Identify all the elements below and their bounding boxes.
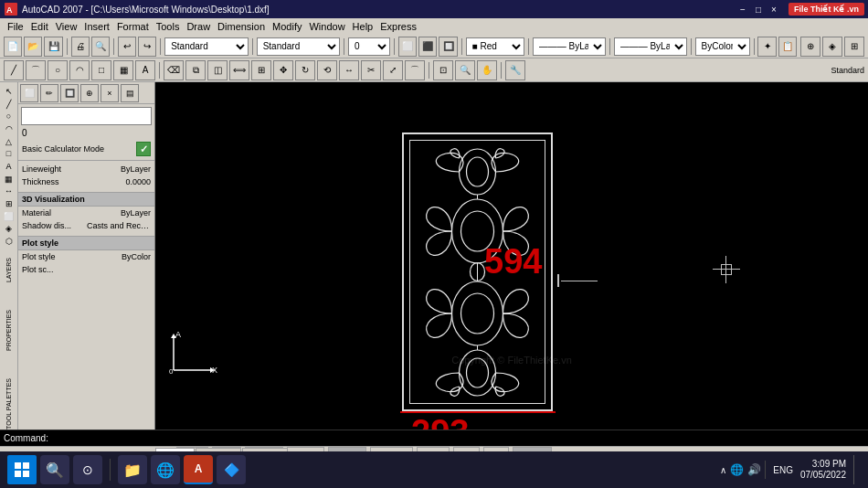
show-desktop[interactable] — [853, 455, 861, 484]
fillet-btn[interactable]: ⌒ — [405, 60, 425, 80]
stretch-btn[interactable]: ↔ — [339, 60, 359, 80]
undo-btn[interactable]: ↩ — [118, 37, 136, 57]
props-icon1[interactable]: ⬜ — [20, 84, 38, 102]
menu-window[interactable]: Window — [305, 20, 348, 33]
minimize-button[interactable]: − — [736, 3, 750, 16]
menu-modify[interactable]: Modify — [269, 20, 305, 33]
circle-btn[interactable]: ○ — [48, 60, 68, 80]
properties-label[interactable]: PROPERTIES — [5, 310, 12, 351]
command-input[interactable] — [48, 433, 864, 443]
draw-3d-tool[interactable]: ⬡ — [2, 236, 16, 247]
menu-express[interactable]: Express — [376, 20, 420, 33]
menu-help[interactable]: Help — [349, 20, 377, 33]
toolpalettes-label[interactable]: TOOL PALETTES — [5, 378, 12, 430]
arc-btn[interactable]: ◠ — [69, 60, 90, 80]
draw-text-tool[interactable]: A — [2, 161, 16, 172]
rotate-btn[interactable]: ↻ — [295, 60, 315, 80]
new-btn[interactable]: 📄 — [4, 37, 22, 57]
snap-btn[interactable]: ◈ — [822, 37, 842, 57]
tray-sound[interactable]: 🔊 — [747, 463, 761, 476]
menu-format[interactable]: Format — [113, 20, 153, 33]
rect-btn[interactable]: □ — [91, 60, 111, 80]
draw-dim-tool[interactable]: ↔ — [2, 186, 16, 197]
sep4 — [252, 38, 253, 55]
layer-btn2[interactable]: ⬛ — [418, 37, 437, 57]
thickness-key: Thickness — [22, 177, 59, 186]
taskbar-cortana[interactable]: ⊙ — [73, 455, 102, 484]
style-dropdown2[interactable]: Standard — [257, 37, 341, 56]
props-icon4[interactable]: ⊕ — [80, 84, 99, 102]
zoom-ext-btn[interactable]: ⊡ — [433, 60, 453, 80]
save-btn[interactable]: 💾 — [44, 37, 62, 57]
open-btn[interactable]: 📂 — [24, 37, 42, 57]
redo-btn[interactable]: ↪ — [138, 37, 156, 57]
draw-circle-tool[interactable]: ○ — [2, 111, 16, 122]
layer-btn3[interactable]: 🔲 — [439, 37, 457, 57]
match-btn[interactable]: ✦ — [757, 37, 776, 57]
line-btn[interactable]: ╱ — [4, 60, 24, 80]
copy-btn[interactable]: ⧉ — [185, 60, 206, 80]
menu-draw[interactable]: Draw — [183, 20, 214, 33]
props-input-field[interactable] — [21, 107, 152, 125]
draw-layer-tool[interactable]: ⬜ — [2, 211, 16, 222]
props-icon3[interactable]: 🔲 — [60, 84, 79, 102]
hatch-btn[interactable]: ▦ — [113, 60, 133, 80]
taskbar-search[interactable]: 🔍 — [40, 455, 69, 484]
maximize-button[interactable]: □ — [751, 3, 766, 16]
sep9 — [609, 38, 610, 55]
menu-dimension[interactable]: Dimension — [214, 20, 269, 33]
mirror-btn[interactable]: ◫ — [207, 60, 228, 80]
properties-btn[interactable]: 🔧 — [505, 60, 525, 80]
menu-edit[interactable]: Edit — [27, 20, 52, 33]
style-dropdown[interactable]: Standard — [164, 37, 249, 56]
taskbar-edge[interactable]: 🔷 — [217, 455, 246, 484]
draw-arc-tool[interactable]: ◠ — [2, 123, 16, 134]
print-btn[interactable]: 🖨 — [71, 37, 90, 57]
menu-tools[interactable]: Tools — [153, 20, 184, 33]
linetype-dropdown[interactable]: ——— ByLayer — [533, 37, 606, 56]
scale-btn[interactable]: ⟲ — [317, 60, 337, 80]
polyline-btn[interactable]: ⌒ — [26, 60, 46, 80]
zoom-in-btn[interactable]: 🔍 — [455, 60, 475, 80]
erase-btn[interactable]: ⌫ — [164, 60, 184, 80]
move-btn[interactable]: ✥ — [273, 60, 293, 80]
tray-network[interactable]: 🌐 — [730, 463, 744, 476]
draw-rect-tool[interactable]: □ — [2, 148, 16, 159]
layer-btn1[interactable]: ⬜ — [398, 37, 417, 57]
props-icon6[interactable]: ▤ — [121, 84, 139, 102]
text-btn[interactable]: A — [135, 60, 155, 80]
draw-hatch-tool[interactable]: ▦ — [2, 174, 16, 185]
trim-btn[interactable]: ✂ — [361, 60, 381, 80]
pan-btn[interactable]: ✋ — [477, 60, 497, 80]
menu-insert[interactable]: Insert — [80, 20, 113, 33]
draw-block-tool[interactable]: ⊞ — [2, 198, 16, 209]
menu-view[interactable]: View — [52, 20, 81, 33]
array-btn[interactable]: ⊞ — [251, 60, 271, 80]
extend-btn[interactable]: ⤢ — [383, 60, 403, 80]
paste-btn[interactable]: 📋 — [778, 37, 797, 57]
preview-btn[interactable]: 🔍 — [91, 37, 110, 57]
canvas-area[interactable]: 594 293 X A 0 Copyright © FileThietKe.vn — [155, 82, 868, 430]
plotstyle-dropdown[interactable]: ByColor — [695, 37, 750, 56]
props-icon2[interactable]: ✏ — [40, 84, 58, 102]
tray-up-arrow[interactable]: ∧ — [720, 465, 726, 475]
draw-line-tool[interactable]: ╱ — [2, 99, 16, 110]
basic-calc-check[interactable]: ✓ — [136, 142, 151, 156]
menu-file[interactable]: File — [4, 20, 27, 33]
layers-label[interactable]: LAYERS — [5, 258, 12, 282]
offset-btn[interactable]: ⟺ — [229, 60, 249, 80]
close-button[interactable]: × — [767, 3, 781, 16]
ortho-btn[interactable]: ⊕ — [800, 37, 820, 57]
lineweight-dropdown[interactable]: ——— ByLayer — [614, 37, 687, 56]
select-tool[interactable]: ↖ — [2, 86, 16, 97]
taskbar-autocad[interactable]: A — [184, 455, 213, 484]
draw-snap-tool[interactable]: ◈ — [2, 224, 16, 235]
color-dropdown[interactable]: ■ Red — [466, 37, 524, 56]
grid-btn[interactable]: ⊞ — [844, 37, 864, 57]
props-icon5[interactable]: × — [101, 84, 119, 102]
taskbar-explorer[interactable]: 📁 — [118, 455, 147, 484]
draw-poly-tool[interactable]: △ — [2, 136, 16, 147]
start-button[interactable] — [7, 455, 37, 484]
layer-dropdown[interactable]: 0 — [348, 37, 390, 56]
taskbar-chrome[interactable]: 🌐 — [151, 455, 180, 484]
